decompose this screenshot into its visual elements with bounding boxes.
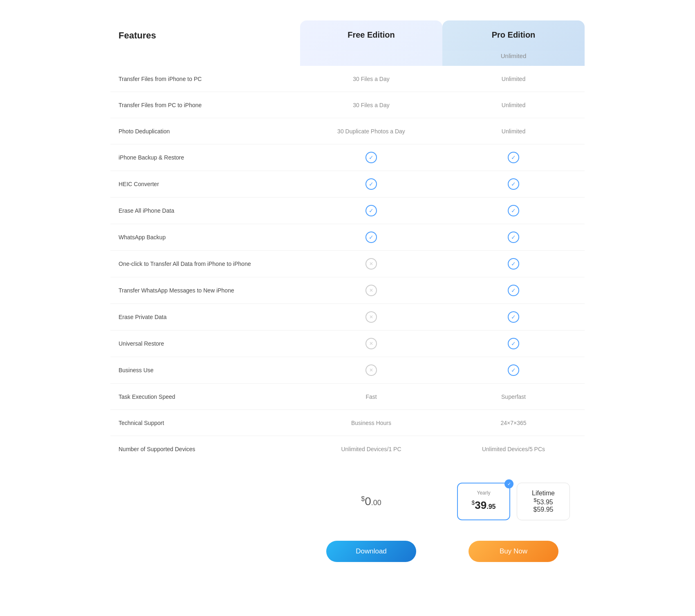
check-icon: ✓ [508,152,519,163]
free-price: $0.00 [308,495,434,508]
download-btn-area: Download [300,541,442,562]
feature-pro-7: ✓ [442,251,585,277]
feature-name-0: Transfer Files from iPhone to PC [110,68,300,90]
pro-edition-header: Pro Edition [442,20,585,51]
feature-row: Erase All iPhone Data✓✓ [110,198,585,224]
pricing-pro: ✓ Yearly $39.95 Lifetime $53.95 $59.95 [442,474,585,528]
feature-free-8: ✕ [300,277,442,304]
feature-row: HEIC Converter✓✓ [110,171,585,198]
feature-pro-8: ✓ [442,277,585,304]
check-icon: ✓ [508,232,519,243]
check-icon: ✓ [508,285,519,296]
check-icon: ✓ [508,311,519,323]
feature-free-12: Fast [300,386,442,407]
x-icon: ✕ [365,364,377,376]
free-price-cents: .00 [371,499,381,507]
feature-name-1: Transfer Files from PC to iPhone [110,94,300,116]
buy-now-button[interactable]: Buy Now [469,541,558,562]
feature-pro-12: Superfast [442,386,585,407]
yearly-cents: .95 [486,503,495,510]
feature-pro-11: ✓ [442,357,585,383]
feature-row: Task Execution SpeedFastSuperfast [110,384,585,410]
check-icon: ✓ [508,338,519,349]
free-edition-header: Free Edition [300,20,442,51]
feature-pro-1: Unlimited [442,94,585,116]
feature-row: Transfer Files from PC to iPhone30 Files… [110,92,585,118]
feature-pro-3: ✓ [442,144,585,171]
check-icon: ✓ [365,178,377,190]
yearly-label: Yearly [466,490,501,496]
x-icon: ✕ [365,258,377,270]
feature-pro-6: ✓ [442,224,585,250]
feature-free-4: ✓ [300,171,442,197]
check-icon: ✓ [508,205,519,216]
lifetime-price-card[interactable]: Lifetime $53.95 $59.95 [517,483,570,520]
feature-name-10: Universal Restore [110,333,300,354]
feature-row: Universal Restore✕✓ [110,330,585,357]
check-icon: ✓ [365,205,377,216]
lifetime-amount: $53.95 [525,497,561,506]
feature-name-7: One-click to Transfer All Data from iPho… [110,253,300,274]
feature-name-13: Technical Support [110,412,300,434]
feature-free-9: ✕ [300,304,442,330]
check-icon: ✓ [508,258,519,270]
header-row: Features Free Edition Pro Edition [110,20,585,51]
feature-free-3: ✓ [300,144,442,171]
feature-row: Business Use✕✓ [110,357,585,384]
feature-name-11: Business Use [110,360,300,381]
feature-free-13: Business Hours [300,412,442,434]
feature-pro-5: ✓ [442,198,585,224]
feature-row: Erase Private Data✕✓ [110,304,585,330]
buy-btn-area: Buy Now [442,541,585,562]
features-subheader [110,51,300,66]
buttons-row: Download Buy Now [110,537,585,574]
feature-row: WhatsApp Backup✓✓ [110,224,585,251]
feature-row: Technical SupportBusiness Hours24×7×365 [110,410,585,436]
yearly-price-card[interactable]: ✓ Yearly $39.95 [457,483,510,520]
yearly-main: 39 [475,499,486,511]
check-icon: ✓ [508,364,519,376]
pricing-row: $0.00 ✓ Yearly $39.95 Lifetime $53.95 $5… [110,462,585,537]
feature-pro-0: Unlimited [442,68,585,90]
free-price-symbol: $ [361,495,365,502]
feature-free-11: ✕ [300,357,442,383]
x-icon: ✕ [365,338,377,349]
yearly-selected-check: ✓ [504,479,513,488]
feature-name-12: Task Execution Speed [110,386,300,407]
feature-pro-10: ✓ [442,330,585,357]
feature-name-4: HEIC Converter [110,173,300,195]
feature-name-8: Transfer WhatsApp Messages to New iPhone [110,280,300,301]
check-icon: ✓ [365,152,377,163]
lifetime-original: $59.95 [525,506,561,513]
feature-free-14: Unlimited Devices/1 PC [300,438,442,460]
feature-free-7: ✕ [300,251,442,277]
lifetime-cents: .95 [544,499,553,506]
feature-name-6: WhatsApp Backup [110,227,300,248]
feature-row: Photo Deduplication30 Duplicate Photos a… [110,118,585,144]
feature-free-5: ✓ [300,198,442,224]
download-button[interactable]: Download [326,541,416,562]
x-icon: ✕ [365,311,377,323]
feature-row: One-click to Transfer All Data from iPho… [110,251,585,277]
feature-free-1: 30 Files a Day [300,94,442,116]
subheader-row: Unlimited [110,51,585,66]
feature-name-5: Erase All iPhone Data [110,200,300,221]
free-price-main: 0 [365,495,371,508]
feature-free-2: 30 Duplicate Photos a Day [300,121,442,142]
feature-pro-4: ✓ [442,171,585,197]
feature-pro-2: Unlimited [442,121,585,142]
yearly-amount: $39.95 [466,499,501,512]
feature-name-2: Photo Deduplication [110,121,300,142]
feature-pro-14: Unlimited Devices/5 PCs [442,438,585,460]
x-icon: ✕ [365,285,377,296]
pro-subheader: Unlimited [442,51,585,66]
features-header: Features [110,20,300,51]
free-subheader [300,51,442,66]
feature-row: Number of Supported DevicesUnlimited Dev… [110,436,585,462]
lifetime-symbol: $ [534,497,536,503]
check-icon: ✓ [508,178,519,190]
feature-free-6: ✓ [300,224,442,250]
feature-free-10: ✕ [300,330,442,357]
feature-row: Transfer WhatsApp Messages to New iPhone… [110,277,585,304]
feature-name-3: iPhone Backup & Restore [110,147,300,168]
